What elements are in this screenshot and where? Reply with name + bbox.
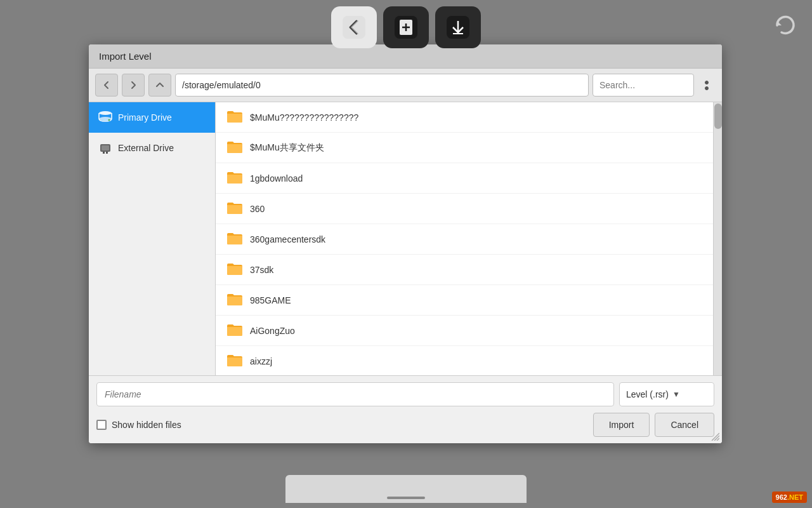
file-name: 360gamecentersdk (250, 234, 325, 244)
svg-point-9 (108, 119, 110, 121)
show-hidden-label: Show hidden files (112, 420, 181, 430)
nav-bar (89, 69, 722, 102)
back-btn[interactable] (331, 6, 377, 48)
list-item[interactable]: 360 (216, 194, 713, 224)
file-name: $MuMu???????????????? (250, 112, 358, 123)
path-input[interactable] (175, 74, 589, 97)
file-name: $MuMu共享文件夹 (250, 142, 324, 154)
folder-icon (226, 170, 244, 187)
file-type-select[interactable]: Level (.rsr) ▼ (619, 382, 714, 406)
svg-rect-0 (343, 16, 365, 39)
external-drive-icon (98, 140, 113, 156)
list-item[interactable]: $MuMu共享文件夹 (216, 133, 713, 163)
taskbar-line (387, 497, 425, 499)
buttons-row: Import Cancel (593, 413, 714, 437)
scrollbar[interactable] (713, 102, 722, 375)
list-item[interactable]: $MuMu???????????????? (216, 102, 713, 133)
file-name: AiGongZuo (250, 326, 295, 336)
svg-line-16 (717, 438, 719, 441)
top-toolbar (0, 6, 812, 48)
options-button[interactable] (698, 74, 716, 97)
svg-rect-12 (103, 152, 105, 154)
watermark: 962.NET (772, 491, 807, 503)
sidebar-item-external-drive[interactable]: External Drive (89, 133, 215, 163)
bottom-bar: Level (.rsr) ▼ Show hidden files Import … (89, 375, 722, 443)
file-name: 1gbdownload (250, 173, 303, 184)
list-item[interactable]: 1gbdownload (216, 163, 713, 194)
list-item[interactable]: AiGongZuo (216, 316, 713, 346)
list-item[interactable]: 37sdk (216, 255, 713, 285)
filename-input[interactable] (96, 382, 614, 406)
nav-forward-button[interactable] (122, 74, 145, 97)
nav-back-button[interactable] (95, 74, 118, 97)
primary-drive-icon (98, 110, 113, 125)
file-name: aixzzj (250, 356, 272, 366)
svg-point-7 (99, 111, 112, 115)
filename-row: Level (.rsr) ▼ (96, 382, 714, 406)
scrollbar-thumb[interactable] (714, 104, 722, 129)
dropdown-arrow-icon: ▼ (672, 390, 680, 399)
nav-up-button[interactable] (148, 74, 171, 97)
download-btn[interactable] (435, 6, 481, 48)
svg-rect-11 (102, 145, 109, 150)
dialog-title: Import Level (99, 51, 152, 62)
import-dialog: Import Level (89, 44, 722, 443)
show-hidden-row: Show hidden files (96, 420, 181, 430)
file-name: 37sdk (250, 265, 273, 275)
sidebar-item-primary-drive[interactable]: Primary Drive (89, 102, 215, 133)
file-name: 360 (250, 204, 265, 214)
options-dot-2 (705, 86, 709, 90)
external-drive-label: External Drive (118, 143, 174, 153)
folder-icon (226, 352, 244, 370)
bottom-area (0, 470, 812, 508)
search-input[interactable] (593, 74, 694, 97)
folder-icon (226, 261, 244, 278)
folder-icon (226, 109, 244, 126)
folder-icon (226, 200, 244, 217)
folder-icon (226, 139, 244, 156)
watermark-prefix: 962 (776, 493, 787, 501)
show-hidden-checkbox[interactable] (96, 420, 107, 430)
cancel-button[interactable]: Cancel (655, 413, 714, 437)
options-dot-1 (705, 81, 709, 84)
file-type-label: Level (.rsr) (626, 389, 669, 399)
svg-line-15 (714, 436, 719, 441)
folder-icon (226, 291, 244, 309)
list-item[interactable]: 985GAME (216, 285, 713, 316)
folder-icon (226, 231, 244, 248)
file-name: 985GAME (250, 295, 291, 305)
resize-handle[interactable] (710, 432, 719, 441)
main-content: Primary Drive External Drive $MuM (89, 102, 722, 375)
bottom-taskbar (285, 475, 527, 503)
folder-icon (226, 322, 244, 339)
list-item[interactable]: aixzzj (216, 346, 713, 375)
list-item[interactable]: 360gamecentersdk (216, 224, 713, 255)
file-list: $MuMu???????????????? $MuMu共享文件夹 1gbdown… (216, 102, 713, 375)
primary-drive-label: Primary Drive (118, 112, 172, 123)
svg-rect-13 (106, 152, 108, 154)
new-btn[interactable] (383, 6, 429, 48)
action-row: Show hidden files Import Cancel (96, 413, 714, 437)
import-button[interactable]: Import (593, 413, 650, 437)
watermark-suffix: .NET (787, 493, 803, 501)
sidebar: Primary Drive External Drive (89, 102, 216, 375)
